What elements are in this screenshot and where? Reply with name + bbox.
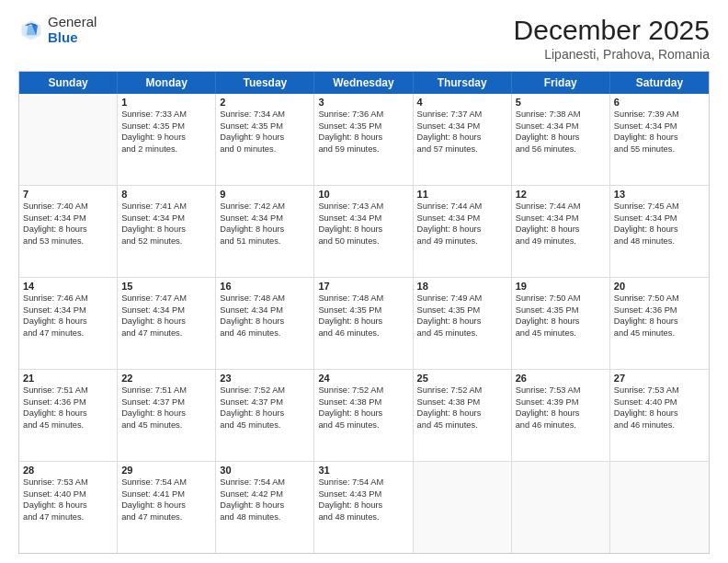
cell-line: Sunset: 4:41 PM xyxy=(121,488,211,500)
cell-line: Sunset: 4:38 PM xyxy=(318,396,408,408)
day-number: 7 xyxy=(23,189,113,200)
cell-line: and 49 minutes. xyxy=(516,236,606,247)
calendar-cell: 3Sunrise: 7:36 AMSunset: 4:35 PMDaylight… xyxy=(314,94,413,185)
cell-line: Sunrise: 7:53 AM xyxy=(516,385,606,396)
cell-line: Daylight: 8 hours xyxy=(220,500,310,511)
calendar-cell: 16Sunrise: 7:48 AMSunset: 4:34 PMDayligh… xyxy=(216,278,314,369)
calendar-row-3: 21Sunrise: 7:51 AMSunset: 4:36 PMDayligh… xyxy=(19,369,709,461)
cell-line: Sunset: 4:34 PM xyxy=(121,304,211,316)
cell-line: and 45 minutes. xyxy=(23,419,113,431)
cell-line: Sunset: 4:34 PM xyxy=(516,213,606,224)
calendar-cell: 28Sunrise: 7:53 AMSunset: 4:40 PMDayligh… xyxy=(19,462,118,553)
cell-line: and 47 minutes. xyxy=(121,327,211,339)
header-cell-tuesday: Tuesday xyxy=(216,72,314,94)
cell-line: and 46 minutes. xyxy=(318,327,408,339)
day-number: 21 xyxy=(23,373,113,384)
cell-line: and 47 minutes. xyxy=(23,511,113,523)
cell-line: and 0 minutes. xyxy=(220,144,310,155)
cell-line: Sunset: 4:37 PM xyxy=(220,396,310,408)
cell-line: Sunrise: 7:52 AM xyxy=(220,385,310,396)
day-number: 9 xyxy=(220,189,310,200)
calendar-cell: 2Sunrise: 7:34 AMSunset: 4:35 PMDaylight… xyxy=(216,94,314,185)
header-cell-sunday: Sunday xyxy=(19,72,118,94)
cell-line: and 45 minutes. xyxy=(417,327,507,339)
calendar-cell: 22Sunrise: 7:51 AMSunset: 4:37 PMDayligh… xyxy=(118,370,216,461)
cell-line: Sunset: 4:34 PM xyxy=(417,213,507,224)
day-number: 1 xyxy=(121,97,211,108)
day-number: 10 xyxy=(318,189,408,200)
cell-line: Sunset: 4:35 PM xyxy=(516,304,606,316)
logo-general-text: General xyxy=(48,15,97,30)
cell-line: Sunrise: 7:45 AM xyxy=(614,201,705,213)
calendar-cell: 19Sunrise: 7:50 AMSunset: 4:35 PMDayligh… xyxy=(512,278,610,369)
cell-line: Daylight: 8 hours xyxy=(23,224,113,236)
calendar-cell: 21Sunrise: 7:51 AMSunset: 4:36 PMDayligh… xyxy=(19,370,118,461)
day-number: 3 xyxy=(318,97,408,108)
cell-line: Sunrise: 7:34 AM xyxy=(220,109,310,121)
cell-line: Sunrise: 7:54 AM xyxy=(121,477,211,488)
cell-line: Sunrise: 7:48 AM xyxy=(318,293,408,304)
cell-line: and 45 minutes. xyxy=(220,419,310,431)
day-number: 23 xyxy=(220,373,310,384)
header-cell-wednesday: Wednesday xyxy=(314,72,413,94)
cell-line: and 47 minutes. xyxy=(23,327,113,339)
calendar-row-4: 28Sunrise: 7:53 AMSunset: 4:40 PMDayligh… xyxy=(19,461,709,553)
cell-line: and 46 minutes. xyxy=(516,419,606,431)
cell-line: Sunset: 4:43 PM xyxy=(318,488,408,500)
cell-line: Sunrise: 7:44 AM xyxy=(417,201,507,213)
calendar-cell: 29Sunrise: 7:54 AMSunset: 4:41 PMDayligh… xyxy=(118,462,216,553)
cell-line: Daylight: 8 hours xyxy=(121,224,211,236)
cell-line: and 45 minutes. xyxy=(318,419,408,431)
calendar-cell: 24Sunrise: 7:52 AMSunset: 4:38 PMDayligh… xyxy=(314,370,413,461)
calendar-cell: 23Sunrise: 7:52 AMSunset: 4:37 PMDayligh… xyxy=(216,370,314,461)
main-title: December 2025 xyxy=(514,15,710,45)
day-number: 22 xyxy=(121,373,211,384)
calendar-cell: 1Sunrise: 7:33 AMSunset: 4:35 PMDaylight… xyxy=(118,94,216,185)
cell-line: Daylight: 8 hours xyxy=(614,224,705,236)
calendar-cell: 31Sunrise: 7:54 AMSunset: 4:43 PMDayligh… xyxy=(314,462,413,553)
day-number: 29 xyxy=(121,465,211,476)
cell-line: Daylight: 8 hours xyxy=(220,224,310,236)
calendar-cell: 7Sunrise: 7:40 AMSunset: 4:34 PMDaylight… xyxy=(19,186,118,277)
day-number: 4 xyxy=(417,97,507,108)
cell-line: and 51 minutes. xyxy=(220,236,310,247)
calendar-cell: 13Sunrise: 7:45 AMSunset: 4:34 PMDayligh… xyxy=(610,186,709,277)
cell-line: Sunset: 4:35 PM xyxy=(220,121,310,132)
day-number: 13 xyxy=(614,189,705,200)
calendar-cell: 26Sunrise: 7:53 AMSunset: 4:39 PMDayligh… xyxy=(512,370,610,461)
cell-line: Sunset: 4:35 PM xyxy=(318,121,408,132)
cell-line: Sunrise: 7:51 AM xyxy=(121,385,211,396)
calendar-cell: 5Sunrise: 7:38 AMSunset: 4:34 PMDaylight… xyxy=(512,94,610,185)
cell-line: Sunrise: 7:53 AM xyxy=(23,477,113,488)
calendar-cell: 20Sunrise: 7:50 AMSunset: 4:36 PMDayligh… xyxy=(610,278,709,369)
logo-blue-text: Blue xyxy=(48,30,97,46)
calendar-cell: 4Sunrise: 7:37 AMSunset: 4:34 PMDaylight… xyxy=(414,94,512,185)
cell-line: and 46 minutes. xyxy=(220,327,310,339)
cell-line: Sunrise: 7:46 AM xyxy=(23,293,113,304)
calendar-cell: 11Sunrise: 7:44 AMSunset: 4:34 PMDayligh… xyxy=(414,186,512,277)
day-number: 2 xyxy=(220,97,310,108)
logo: General Blue xyxy=(18,15,97,45)
cell-line: Daylight: 8 hours xyxy=(614,132,705,144)
cell-line: Daylight: 8 hours xyxy=(121,408,211,419)
cell-line: Sunset: 4:34 PM xyxy=(614,213,705,224)
page: General Blue December 2025 Lipanesti, Pr… xyxy=(0,0,728,563)
day-number: 16 xyxy=(220,281,310,292)
cell-line: Sunrise: 7:38 AM xyxy=(516,109,606,121)
day-number: 19 xyxy=(516,281,606,292)
cell-line: Daylight: 8 hours xyxy=(516,224,606,236)
cell-line: Daylight: 8 hours xyxy=(318,316,408,327)
cell-line: and 57 minutes. xyxy=(417,144,507,155)
calendar-cell: 15Sunrise: 7:47 AMSunset: 4:34 PMDayligh… xyxy=(118,278,216,369)
title-block: December 2025 Lipanesti, Prahova, Romani… xyxy=(514,15,710,62)
cell-line: Daylight: 8 hours xyxy=(614,408,705,419)
cell-line: Sunrise: 7:40 AM xyxy=(23,201,113,213)
logo-icon xyxy=(18,17,44,43)
logo-text: General Blue xyxy=(48,15,97,45)
cell-line: Sunrise: 7:36 AM xyxy=(318,109,408,121)
cell-line: Sunset: 4:40 PM xyxy=(614,396,705,408)
cell-line: and 45 minutes. xyxy=(417,419,507,431)
cell-line: Daylight: 8 hours xyxy=(121,316,211,327)
cell-line: Daylight: 9 hours xyxy=(121,132,211,144)
cell-line: Daylight: 8 hours xyxy=(417,316,507,327)
